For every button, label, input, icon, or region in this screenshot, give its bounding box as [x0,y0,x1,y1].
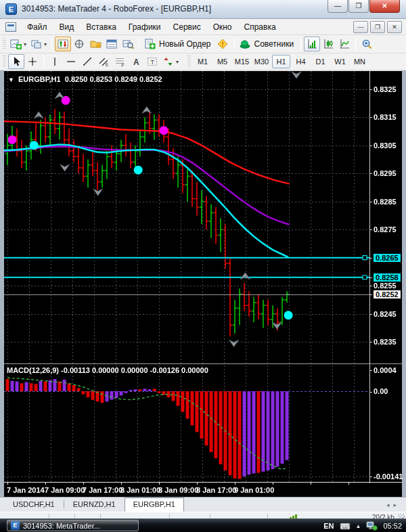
close-button[interactable]: ✕ [369,0,400,13]
taskbar-app-button[interactable]: E 3014953: MetaTrader... [7,520,139,531]
macd-scale-bottom: -0.00141 [374,472,403,481]
timeframe-button-mn[interactable]: MN [351,55,369,68]
timeframe-button-m15[interactable]: M15 [233,55,251,68]
app-logo-icon: E [11,521,20,530]
menu-item-вид[interactable]: Вид [53,20,81,34]
chart-tab-eurgbp-h1[interactable]: EURGBP,H1 [125,497,184,512]
cursor-button[interactable] [8,54,24,69]
menu-item-файл[interactable]: Файл [21,20,53,34]
show-hidden-icons-button[interactable]: ▲ [356,523,361,529]
network-icon[interactable] [366,521,378,531]
fibonacci-button[interactable]: F [112,54,128,69]
status-bar: 20/2 kb [0,512,406,518]
timeframe-button-m1[interactable]: M1 [194,55,212,68]
toolbar-button-label: Советники [252,39,296,49]
chart-bars-button[interactable] [304,37,320,51]
mdi-minimize-button[interactable]: — [353,21,368,33]
timeframe-button-d1[interactable]: D1 [311,55,330,68]
profiles-button[interactable]: ▾ [28,37,49,51]
data-window-icon [74,39,85,49]
data-window-button[interactable] [71,37,87,51]
resize-grip[interactable] [398,514,405,518]
menu-item-окно[interactable]: Окно [207,20,238,34]
svg-text:A: A [133,58,139,67]
chart-window-icon [5,22,16,32]
tab-scroll-arrows[interactable]: ◂▸ [386,502,401,508]
navigator-button[interactable] [87,37,104,51]
chart-candles-icon [323,39,334,49]
trendline-button[interactable] [79,54,95,69]
minimize-button[interactable]: — [328,0,348,13]
text-icon: A [131,56,142,67]
channel-button[interactable]: E [95,54,112,69]
language-indicator[interactable]: EN [323,522,334,530]
toolbar-tools: EFAT▾M1M5M15M30H1H4D1W1MN [0,53,406,70]
warning-button[interactable] [215,37,231,51]
zoom-in-icon [361,39,373,49]
timeframe-button-h4[interactable]: H4 [292,55,310,68]
time-axis-label: 7 Jan 17:00 [83,486,122,494]
new-order-button[interactable]: Новый Ордер [142,37,215,51]
hline-button[interactable] [63,54,79,69]
chart-candles-button[interactable] [320,37,336,51]
menu-item-справка[interactable]: Справка [238,20,282,34]
svg-text:E: E [106,62,109,67]
warning-icon [217,39,229,49]
terminal-button[interactable] [104,37,120,51]
market-watch-button[interactable] [55,37,71,51]
strategy-tester-button[interactable] [120,37,136,51]
chart-area: ▼EURGBP,H1 0.8250 0.8253 0.8249 0.8252 M… [0,70,406,497]
menu-item-сервис[interactable]: Сервис [167,20,207,34]
chart-symbol-header[interactable]: ▼EURGBP,H1 0.8250 0.8253 0.8249 0.8252 [8,75,162,83]
new-chart-icon [10,39,22,49]
cursor-icon [11,56,22,67]
crosshair-icon [27,56,39,67]
dropdown-arrow-icon[interactable]: ▾ [24,41,26,47]
vline-button[interactable] [47,54,63,69]
chart-line-button[interactable] [336,37,353,51]
terminal-icon [106,39,118,49]
macd-scale-top: 0.0004 [374,366,397,374]
chart-tab-eurnzd-h1[interactable]: EURNZD,H1 [64,497,125,512]
toolbar-grip[interactable] [3,56,6,68]
metatrader-window: E 3014953: MetaTrader 4 - RoboForex - [E… [0,0,406,532]
dropdown-arrow-icon[interactable]: ▾ [176,59,179,65]
chevron-down-icon[interactable]: ▼ [8,76,14,83]
market-watch-icon [58,39,69,49]
mdi-close-button[interactable]: ✕ [387,21,402,33]
chart-line-icon [339,39,351,49]
experts-button[interactable]: Советники [238,37,298,51]
menu-bar: ФайлВидВставкаГрафикиСервисОкноСправка —… [0,19,406,35]
label-button[interactable]: T [144,54,160,69]
toolbar-grip[interactable] [187,56,191,68]
toolbar-separator [300,37,301,51]
chart-tab-usdchf-h1[interactable]: USDCHF,H1 [4,497,64,512]
chart-bars-icon [307,39,318,49]
timeframe-button-w1[interactable]: W1 [331,55,349,68]
menu-item-графики[interactable]: Графики [122,20,167,34]
price-scale-label: 0.8295 [374,169,397,177]
zoom-in-button[interactable] [359,37,375,51]
crosshair-button[interactable] [24,54,41,69]
toolbar-separator [43,55,44,68]
new-chart-button[interactable]: ▾ [8,37,28,51]
keyboard-icon[interactable] [340,522,351,531]
dropdown-arrow-icon[interactable]: ▾ [44,41,47,47]
clock[interactable]: 05:52 [383,522,402,530]
price-scale-label: 0.8305 [374,141,397,150]
time-axis-label: 9 Jan 01:00 [234,486,274,494]
timeframe-button-h1[interactable]: H1 [272,55,290,68]
price-scale-label: 0.8252 [374,290,401,298]
text-button[interactable]: A [128,54,144,69]
timeframe-button-m5[interactable]: M5 [213,55,231,68]
arrows-button[interactable]: ▾ [160,54,181,69]
chart-canvas[interactable] [0,70,406,497]
menu-item-вставка[interactable]: Вставка [80,20,122,34]
price-scale-label: 0.8285 [374,198,397,206]
maximize-button[interactable]: ❐ [348,0,369,13]
mdi-restore-button[interactable]: ❐ [370,21,385,33]
toolbar-separator [51,37,52,51]
toolbar-grip[interactable] [3,38,6,50]
fibonacci-icon: F [114,56,126,67]
timeframe-button-m30[interactable]: M30 [252,55,271,68]
